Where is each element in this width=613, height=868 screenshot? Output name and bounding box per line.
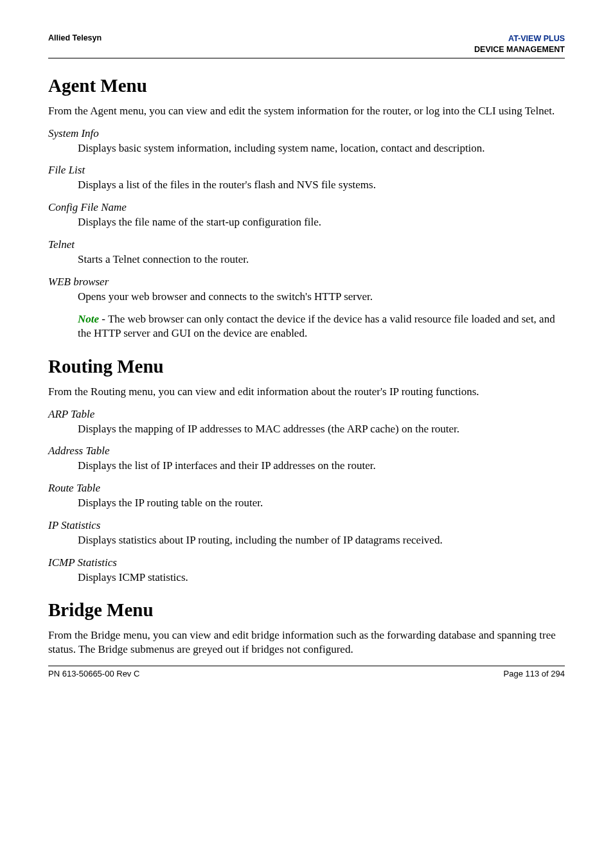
def-system-info: Displays basic system information, inclu… (78, 141, 565, 155)
def-icmp-statistics: Displays ICMP statistics. (78, 571, 565, 585)
term-ip-statistics: IP Statistics (48, 519, 565, 532)
header-left: Allied Telesyn (48, 33, 102, 55)
footer-rule (48, 666, 565, 666)
section-heading-routing: Routing Menu (48, 356, 565, 377)
term-system-info: System Info (48, 127, 565, 140)
section-heading-agent: Agent Menu (48, 75, 565, 96)
def-file-list: Displays a list of the files in the rout… (78, 178, 565, 192)
note-text: - The web browser can only contact the d… (78, 313, 555, 339)
section-intro-agent: From the Agent menu, you can view and ed… (48, 104, 565, 118)
section-intro-bridge: From the Bridge menu, you can view and e… (48, 628, 565, 657)
footer-left: PN 613-50665-00 Rev C (48, 669, 139, 678)
def-arp-table: Displays the mapping of IP addresses to … (78, 422, 565, 436)
term-route-table: Route Table (48, 482, 565, 495)
section-heading-bridge: Bridge Menu (48, 599, 565, 621)
section-intro-routing: From the Routing menu, you can view and … (48, 385, 565, 399)
header-product: AT-VIEW PLUS (474, 33, 565, 44)
page-container: Allied Telesyn AT-VIEW PLUS DEVICE MANAG… (0, 0, 613, 704)
def-telnet: Starts a Telnet connection to the router… (78, 252, 565, 267)
note-label: Note (78, 313, 99, 325)
term-arp-table: ARP Table (48, 408, 565, 421)
note-web-browser: Note - The web browser can only contact … (78, 312, 565, 341)
term-web-browser: WEB browser (48, 276, 565, 288)
page-footer: PN 613-50665-00 Rev C Page 113 of 294 (48, 669, 565, 678)
def-address-table: Displays the list of IP interfaces and t… (78, 459, 565, 473)
header-right: AT-VIEW PLUS DEVICE MANAGEMENT (474, 33, 565, 55)
def-web-browser: Opens your web browser and connects to t… (78, 290, 565, 304)
term-address-table: Address Table (48, 445, 565, 457)
term-telnet: Telnet (48, 238, 565, 251)
def-route-table: Displays the IP routing table on the rou… (78, 496, 565, 510)
footer-right: Page 113 of 294 (504, 669, 565, 678)
def-config-file-name: Displays the file name of the start-up c… (78, 215, 565, 229)
term-icmp-statistics: ICMP Statistics (48, 556, 565, 569)
term-file-list: File List (48, 164, 565, 177)
header-subtitle: DEVICE MANAGEMENT (474, 44, 565, 55)
page-header: Allied Telesyn AT-VIEW PLUS DEVICE MANAG… (48, 33, 565, 55)
header-rule (48, 58, 565, 58)
term-config-file-name: Config File Name (48, 201, 565, 214)
def-ip-statistics: Displays statistics about IP routing, in… (78, 533, 565, 547)
